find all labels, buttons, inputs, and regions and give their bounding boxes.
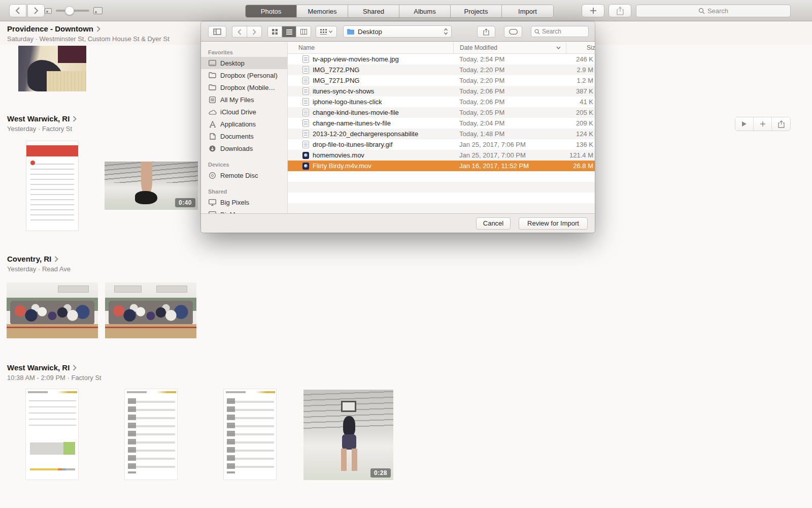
sidebar-item-dropbox-mobile[interactable]: Dropbox (Mobile… xyxy=(201,81,287,93)
sidebar-item-downloads[interactable]: Downloads xyxy=(201,142,287,154)
photo-detail xyxy=(30,161,35,165)
tab-photos[interactable]: Photos xyxy=(246,5,297,17)
photo-detail xyxy=(226,391,275,393)
cloud-icon xyxy=(208,109,217,115)
location-label: Desktop xyxy=(358,28,382,36)
dialog-search-input[interactable]: Search xyxy=(531,26,589,37)
sidebar-item-label: Remote Disc xyxy=(220,172,258,179)
cancel-button[interactable]: Cancel xyxy=(476,217,511,230)
moment-actions xyxy=(735,117,791,131)
search-input[interactable]: Search xyxy=(636,5,791,17)
sidebar-toggle-button[interactable] xyxy=(208,26,226,38)
forward-button[interactable] xyxy=(27,4,45,17)
dialog-back-button[interactable] xyxy=(232,26,247,38)
column-header-size[interactable]: Size xyxy=(566,42,595,53)
photo-detail xyxy=(135,191,157,204)
file-row[interactable]: change-name-itunes-tv-file Today, 2:04 P… xyxy=(288,118,595,129)
chevron-right-icon xyxy=(73,116,77,122)
file-row[interactable]: homemovies.mov Jan 25, 2017, 7:00 PM121.… xyxy=(288,150,595,161)
chevron-right-icon xyxy=(54,256,58,262)
folder-icon xyxy=(208,84,217,90)
section-title[interactable]: Coventry, RI xyxy=(7,255,51,263)
sidebar-item-documents[interactable]: Documents xyxy=(201,130,287,142)
section-title[interactable]: Providence - Downtown xyxy=(7,24,93,33)
video-thumbnail[interactable]: 0:40 xyxy=(105,162,198,210)
zoom-out-thumbnail-icon xyxy=(45,8,52,14)
sidebar-item-label: iCloud Drive xyxy=(220,108,256,116)
list-view-button[interactable] xyxy=(282,26,296,37)
photo-detail xyxy=(47,71,86,91)
history-nav xyxy=(9,4,45,17)
tab-import[interactable]: Import xyxy=(502,5,553,17)
back-button[interactable] xyxy=(9,4,26,17)
photo-detail xyxy=(227,398,235,473)
review-for-import-button[interactable]: Review for Import xyxy=(519,217,588,230)
file-row[interactable]: 2013-12-20_dechargeresponsabilite Today,… xyxy=(288,129,595,139)
photo-detail xyxy=(30,437,75,455)
empty-row xyxy=(288,182,595,193)
photo-detail xyxy=(156,285,187,293)
photo-thumbnail[interactable] xyxy=(223,389,277,480)
applications-icon xyxy=(208,121,217,128)
photo-detail xyxy=(30,468,75,470)
column-header-name[interactable]: Name xyxy=(288,42,453,53)
photo-thumbnail[interactable] xyxy=(26,141,79,231)
column-header-date-modified[interactable]: Date Modified xyxy=(453,42,566,53)
dialog-share-button[interactable] xyxy=(477,26,495,38)
icon-view-button[interactable] xyxy=(268,26,282,37)
file-row[interactable]: drop-file-to-itunes-library.gif Jan 25, … xyxy=(288,139,595,150)
photo-detail xyxy=(10,301,94,325)
photo-detail xyxy=(30,162,74,223)
share-button[interactable] xyxy=(608,4,631,17)
sidebar-item-desktop[interactable]: Desktop xyxy=(201,57,287,69)
photo-thumbnail[interactable] xyxy=(105,282,196,338)
section-title[interactable]: West Warwick, RI xyxy=(7,114,70,123)
zoom-slider-track[interactable] xyxy=(56,10,89,12)
photo-thumbnail[interactable] xyxy=(124,389,178,480)
sidebar-item-label: Applications xyxy=(220,120,256,128)
play-slideshow-button[interactable] xyxy=(735,117,754,131)
file-row[interactable]: itunes-sync-tv-shows Today, 2:06 PM387 K xyxy=(288,86,595,97)
sidebar-item-icloud-drive[interactable]: iCloud Drive xyxy=(201,106,287,118)
file-row-selected[interactable]: Flirty Birdy.m4v.mov Jan 16, 2017, 11:52… xyxy=(288,161,595,171)
photo-thumbnail[interactable] xyxy=(25,389,79,480)
column-view-button[interactable] xyxy=(296,26,311,37)
sidebar-item-bigmac[interactable]: BigMac xyxy=(201,208,287,213)
sidebar-item-remote-disc[interactable]: Remote Disc xyxy=(201,169,287,181)
photo-thumbnail[interactable] xyxy=(7,282,98,338)
file-row[interactable]: IMG_7272.PNG Today, 2:20 PM2.9 M xyxy=(288,65,595,75)
tags-button[interactable] xyxy=(504,26,522,38)
thumbnail-zoom-slider[interactable] xyxy=(45,4,103,17)
location-popup[interactable]: Desktop xyxy=(343,25,452,38)
zoom-slider-thumb[interactable] xyxy=(65,6,74,15)
tab-albums[interactable]: Albums xyxy=(399,5,451,17)
tab-memories[interactable]: Memories xyxy=(297,5,348,17)
add-button[interactable] xyxy=(582,4,604,17)
share-icon xyxy=(483,28,489,36)
popup-chevrons-icon xyxy=(444,28,448,35)
sidebar-group-devices: Devices xyxy=(201,158,287,169)
section-title[interactable]: West Warwick, RI xyxy=(7,363,70,372)
file-row[interactable]: tv-app-view-movies-home.jpg Today, 2:54 … xyxy=(288,54,595,65)
section-coventry: Coventry, RI Yesterday · Read Ave xyxy=(7,255,71,273)
video-thumbnail[interactable]: 0:28 xyxy=(303,390,393,480)
file-row[interactable]: change-kind-itunes-movie-file Today, 2:0… xyxy=(288,107,595,118)
share-moment-button[interactable] xyxy=(772,117,790,131)
tab-shared[interactable]: Shared xyxy=(348,5,399,17)
section-meta: 10:38 AM - 2:09 PM · Factory St xyxy=(7,374,101,382)
sidebar-item-all-my-files[interactable]: All My Files xyxy=(201,93,287,106)
photo-detail xyxy=(141,162,152,195)
dialog-forward-button[interactable] xyxy=(247,26,262,38)
tab-projects[interactable]: Projects xyxy=(451,5,502,17)
sidebar-item-dropbox-personal[interactable]: Dropbox (Personal) xyxy=(201,69,287,81)
file-row[interactable]: iphone-logo-itunes-click Today, 2:06 PM4… xyxy=(288,97,595,107)
disc-icon xyxy=(208,172,217,179)
chevron-down-icon xyxy=(329,30,332,33)
add-to-button[interactable] xyxy=(754,117,772,131)
sidebar-item-big-pixels[interactable]: Big Pixels xyxy=(201,196,287,208)
photo-thumbnail[interactable] xyxy=(18,46,86,91)
file-row[interactable]: IMG_7271.PNG Today, 2:20 PM1.2 M xyxy=(288,75,595,86)
sidebar-item-applications[interactable]: Applications xyxy=(201,118,287,130)
display-icon xyxy=(208,199,217,206)
arrange-button[interactable] xyxy=(316,26,337,38)
